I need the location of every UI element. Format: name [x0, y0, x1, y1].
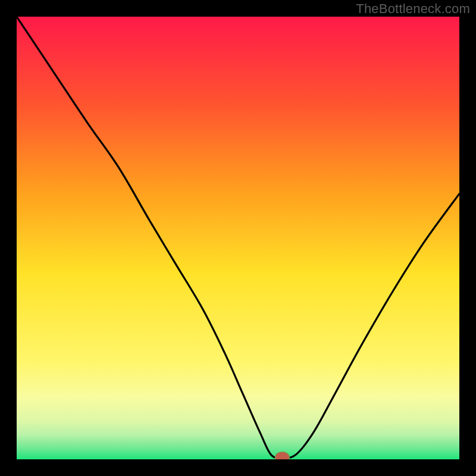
plot-area — [17, 17, 459, 459]
chart-stage: TheBottleneck.com — [0, 0, 476, 476]
watermark-text: TheBottleneck.com — [356, 1, 470, 17]
bottleneck-marker-icon — [275, 452, 290, 459]
gradient-background — [17, 17, 459, 459]
chart-svg — [17, 17, 459, 459]
